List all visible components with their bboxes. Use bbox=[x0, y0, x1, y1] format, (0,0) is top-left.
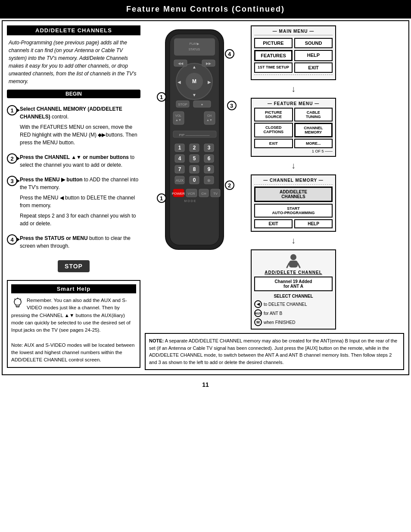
main-menu-screen: — MAIN MENU — PICTURE SOUND FEATURES HEL… bbox=[251, 25, 336, 80]
cable-tuning-btn: CABLETUNING bbox=[294, 108, 333, 121]
svg-text:9: 9 bbox=[207, 166, 210, 172]
step-1-content: Select CHANNEL MEMORY (ADD/DELETE CHANNE… bbox=[20, 105, 140, 149]
main-menu-buttons: PICTURE SOUND FEATURES HELP bbox=[254, 38, 333, 61]
svg-line-70 bbox=[298, 263, 300, 268]
channel-added-box: Channel 19 Addedfor ANT A bbox=[254, 277, 333, 291]
svg-rect-26 bbox=[173, 112, 184, 124]
svg-text:7: 7 bbox=[178, 166, 181, 172]
note-box: NOTE: A separate ADD/DELETE CHANNEL memo… bbox=[145, 333, 404, 370]
finished-label: when FINISHED bbox=[264, 320, 295, 325]
select-channel-options: ◀ to DELETE CHANNEL AUX for ANT B M when… bbox=[254, 300, 333, 326]
remote-image: PLAY▶ STATUS M ▲ ▼ ◀ ▶ bbox=[153, 25, 237, 254]
left-panel: ADD/DELETE CHANNELS Auto-Programming (se… bbox=[7, 25, 140, 370]
svg-text:M: M bbox=[192, 78, 196, 84]
svg-text:▲▼: ▲▼ bbox=[175, 118, 181, 121]
step-number-4: 4 bbox=[7, 234, 17, 245]
channel-memory-btn: CHANNELMEMORY bbox=[294, 123, 333, 137]
svg-text:PIP ———————: PIP ——————— bbox=[179, 133, 209, 137]
svg-text:0: 0 bbox=[193, 177, 196, 183]
m-icon: M bbox=[254, 318, 262, 326]
remote-step-label-2: 2 bbox=[225, 180, 234, 190]
help-btn-channel: HELP bbox=[294, 219, 333, 228]
svg-point-0 bbox=[14, 299, 21, 305]
feature-menu-title: — FEATURE MENU — bbox=[254, 101, 333, 106]
step-number-1: 1 bbox=[7, 105, 17, 115]
step-3-bold: Press the MENU ▶ button bbox=[20, 177, 83, 183]
delete-label: to DELETE CHANNEL bbox=[264, 302, 307, 307]
svg-rect-8 bbox=[174, 38, 215, 56]
svg-text:▲▼: ▲▼ bbox=[206, 118, 212, 121]
begin-box: BEGIN bbox=[7, 90, 140, 98]
select-channel-text: SELECT CHANNEL bbox=[254, 294, 333, 299]
smart-help-title: Smart Help bbox=[11, 284, 136, 293]
svg-text:STATUS: STATUS bbox=[188, 48, 200, 51]
step-1: 1 Select CHANNEL MEMORY (ADD/DELETE CHAN… bbox=[7, 105, 140, 149]
svg-text:▶: ▶ bbox=[208, 80, 211, 84]
channel-memory-exit-row: EXIT HELP bbox=[254, 219, 333, 228]
svg-text:PLAY▶: PLAY▶ bbox=[189, 42, 199, 45]
svg-text:6: 6 bbox=[207, 156, 210, 162]
of-label: 1 OF 5 —— bbox=[254, 149, 333, 153]
svg-text:VCR: VCR bbox=[187, 192, 195, 196]
ant-b-label: for ANT B bbox=[264, 311, 282, 316]
exit-btn-channel: EXIT bbox=[254, 219, 293, 228]
page-number: 11 bbox=[0, 377, 411, 392]
step-4-bold: Press the STATUS or MENU bbox=[20, 235, 88, 241]
option-ant-b: AUX for ANT B bbox=[254, 309, 333, 317]
svg-text:AUX: AUX bbox=[175, 178, 184, 183]
svg-text:1: 1 bbox=[178, 145, 181, 151]
section-title: ADD/DELETE CHANNELS bbox=[7, 25, 140, 35]
step-4-content: Press the STATUS or MENU button to clear… bbox=[20, 234, 140, 252]
option-finished: M when FINISHED bbox=[254, 318, 333, 326]
1st-time-setup-btn: 1ST TIME SETUP bbox=[254, 62, 293, 73]
exit-btn-feature: EXIT bbox=[254, 139, 293, 148]
add-delete-title: ADD/DELETE CHANNEL bbox=[254, 270, 333, 275]
features-btn: FEATURES bbox=[254, 50, 293, 61]
feature-menu-screen: — FEATURE MENU — PICTURESOURCE CABLETUNI… bbox=[251, 98, 336, 157]
sound-btn: SOUND bbox=[294, 38, 333, 48]
screens-column: — MAIN MENU — PICTURE SOUND FEATURES HEL… bbox=[251, 25, 336, 330]
step-3: 3 Press the MENU ▶ button to ADD the cha… bbox=[7, 176, 140, 230]
svg-text:5: 5 bbox=[193, 156, 196, 162]
picture-btn: PICTURE bbox=[254, 38, 293, 48]
remote-step-label-4: 4 bbox=[225, 49, 234, 59]
channel-memory-screen: — CHANNEL MEMORY — ADD/DELETECHANNELS ST… bbox=[251, 174, 336, 232]
svg-text:CH: CH bbox=[207, 114, 211, 117]
picture-source-btn: PICTURESOURCE bbox=[254, 108, 293, 121]
remote-step-label-3: 3 bbox=[227, 101, 237, 110]
remote-step-label-1: 1 bbox=[157, 92, 166, 102]
arrow-down-2: ↓ bbox=[251, 161, 336, 171]
page-header: Feature Menu Controls (Continued) bbox=[0, 0, 411, 19]
svg-rect-29 bbox=[204, 112, 215, 124]
svg-point-67 bbox=[290, 254, 296, 260]
step-number-2: 2 bbox=[7, 153, 17, 164]
stop-box: STOP bbox=[58, 260, 90, 272]
svg-text:POWER: POWER bbox=[171, 192, 184, 196]
delete-icon: ◀ bbox=[254, 300, 262, 308]
svg-text:CH: CH bbox=[201, 192, 206, 196]
svg-line-5 bbox=[15, 299, 16, 300]
svg-rect-68 bbox=[289, 261, 298, 268]
step-2-content: Press the CHANNEL ▲▼ or number buttons t… bbox=[20, 153, 140, 171]
svg-text:M O D E: M O D E bbox=[184, 199, 196, 202]
svg-text:8: 8 bbox=[193, 166, 196, 172]
step-4: 4 Press the STATUS or MENU button to cle… bbox=[7, 234, 140, 252]
step-3-content: Press the MENU ▶ button to ADD the chann… bbox=[20, 176, 140, 230]
feature-menu-buttons: PICTURESOURCE CABLETUNING CLOSEDCAPTIONS… bbox=[254, 108, 333, 137]
step-2: 2 Press the CHANNEL ▲▼ or number buttons… bbox=[7, 153, 140, 171]
svg-text:◀◀: ◀◀ bbox=[178, 62, 184, 65]
smart-help-section: Smart Help Remember. You can also add th… bbox=[7, 280, 140, 368]
more-btn: MORE... bbox=[294, 139, 333, 148]
aux-icon: AUX bbox=[254, 309, 262, 317]
svg-rect-2 bbox=[16, 306, 19, 307]
lightbulb-icon bbox=[11, 297, 24, 310]
svg-text:▶▶: ▶▶ bbox=[206, 62, 212, 65]
main-menu-title: — MAIN MENU — bbox=[254, 29, 333, 35]
person-icon bbox=[285, 253, 302, 270]
svg-text:▲: ▲ bbox=[192, 65, 196, 69]
arrow-down-1: ↓ bbox=[251, 84, 336, 94]
svg-text:TV: TV bbox=[213, 192, 218, 196]
closed-captions-btn: CLOSEDCAPTIONS bbox=[254, 123, 293, 137]
svg-text:4: 4 bbox=[178, 156, 181, 162]
step-2-bold: Press the CHANNEL ▲▼ or number buttons bbox=[20, 154, 129, 160]
